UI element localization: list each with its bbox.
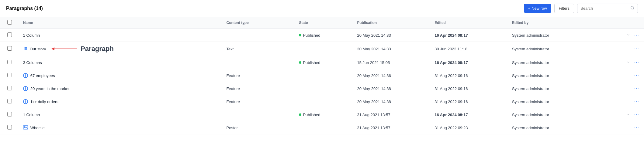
table-row: WheeliePoster31 Aug 2021 13:5731 Aug 202… [0,121,644,134]
row-actions-cell: ··· [605,56,644,69]
table-row: i67 employeesFeature20 May 2021 14:3631 … [0,69,644,82]
col-state-header: State [295,17,353,29]
status-dot [299,34,301,36]
table-row: 1 ColumnPublished20 May 2021 14:3316 Apr… [0,29,644,42]
row-name-cell: i1k+ daily orders [19,95,223,108]
row-content-type: Text [223,42,296,56]
table-row: Our story ParagraphText20 May 2021 14:33… [0,42,644,56]
row-checkbox-cell [0,82,19,95]
row-name-text: 1k+ daily orders [30,99,58,104]
list-icon [23,46,27,52]
row-publication: 31 Aug 2021 13:57 [353,121,431,134]
row-state: Published [295,56,353,69]
row-actions-cell: ··· [605,121,644,134]
page-title: Paragraphs (14) [6,6,43,11]
row-checkbox-cell [0,108,19,121]
row-edited-by: System administrator [508,82,605,95]
row-actions-cell: ··· [605,29,644,42]
row-checkbox[interactable] [7,60,12,64]
image-icon [23,125,28,130]
row-content-type: Feature [223,82,296,95]
row-content-type: Poster [223,121,296,134]
table-row: 1 ColumnPublished31 Aug 2021 13:5716 Apr… [0,108,644,121]
annotation-arrow: Paragraph [51,45,114,53]
row-actions-cell: ··· [605,95,644,108]
row-edited: 16 Apr 2024 08:17 [431,29,508,42]
more-options-button[interactable]: ··· [633,98,640,105]
row-content-type [223,56,296,69]
header-left: Paragraphs (14) [6,6,43,11]
more-options-button[interactable]: ··· [633,72,640,79]
row-checkbox[interactable] [7,73,12,77]
table-row: i20 years in the marketFeature20 May 202… [0,82,644,95]
row-checkbox[interactable] [7,112,12,116]
row-checkbox[interactable] [7,99,12,103]
row-checkbox-cell [0,121,19,134]
row-edited-by: System administrator [508,42,605,56]
select-all-checkbox[interactable] [7,20,12,25]
row-state [295,121,353,134]
main-container: Paragraphs (14) + New row Filters Name [0,0,644,165]
row-content-type: Feature [223,95,296,108]
search-input[interactable] [580,6,628,11]
info-icon: i [23,73,28,78]
col-edited-header: Edited [431,17,508,29]
chevron-button[interactable] [626,32,631,38]
row-edited: 16 Apr 2024 08:17 [431,56,508,69]
more-options-button[interactable]: ··· [633,124,640,131]
row-state [295,95,353,108]
row-actions-cell: ··· [605,82,644,95]
row-name-text: 1 Column [23,33,40,38]
table-body: 1 ColumnPublished20 May 2021 14:3316 Apr… [0,29,644,134]
row-name-cell: 3 Columns [19,56,223,69]
more-options-button[interactable]: ··· [633,85,640,92]
row-edited: 31 Aug 2022 09:16 [431,82,508,95]
row-edited: 16 Apr 2024 08:17 [431,108,508,121]
filters-button[interactable]: Filters [554,4,574,13]
table-row: i1k+ daily ordersFeature20 May 2021 14:3… [0,95,644,108]
row-publication: 20 May 2021 14:38 [353,95,431,108]
row-name-cell: Wheelie [19,121,223,134]
header-bar: Paragraphs (14) + New row Filters [0,0,644,17]
header-right: + New row Filters [524,4,638,13]
row-publication: 20 May 2021 14:33 [353,42,431,56]
more-options-button[interactable]: ··· [633,111,640,118]
new-row-button[interactable]: + New row [524,4,551,13]
row-state: Published [295,108,353,121]
status-badge: Published [299,60,320,65]
row-checkbox[interactable] [7,86,12,90]
row-checkbox[interactable] [7,32,12,37]
more-options-button[interactable]: ··· [633,45,640,52]
svg-marker-9 [51,47,54,50]
row-checkbox[interactable] [7,125,12,130]
more-options-button[interactable]: ··· [633,59,640,66]
info-icon: i [23,99,28,104]
chevron-button[interactable] [626,60,631,66]
row-publication: 20 May 2021 14:33 [353,29,431,42]
status-badge: Published [299,33,320,38]
row-edited-by: System administrator [508,108,605,121]
row-edited-by: System administrator [508,29,605,42]
row-actions-cell: ··· [605,69,644,82]
row-state [295,42,353,56]
row-content-type: Feature [223,69,296,82]
row-checkbox-cell [0,95,19,108]
info-icon: i [23,86,28,91]
row-content-type [223,108,296,121]
search-box [577,4,638,13]
row-edited-by: System administrator [508,69,605,82]
chevron-button[interactable] [626,112,631,118]
row-checkbox-cell [0,56,19,69]
row-state [295,69,353,82]
more-options-button[interactable]: ··· [633,32,640,39]
row-publication: 15 Jun 2021 15:05 [353,56,431,69]
row-edited-by: System administrator [508,121,605,134]
row-name-cell: Our story Paragraph [19,42,223,56]
arrow-svg [51,46,79,52]
col-actions-header [605,17,644,29]
row-edited: 31 Aug 2022 09:23 [431,121,508,134]
row-checkbox-cell [0,42,19,56]
row-edited: 30 Jun 2022 11:18 [431,42,508,56]
row-checkbox[interactable] [7,46,12,51]
row-edited-by: System administrator [508,95,605,108]
